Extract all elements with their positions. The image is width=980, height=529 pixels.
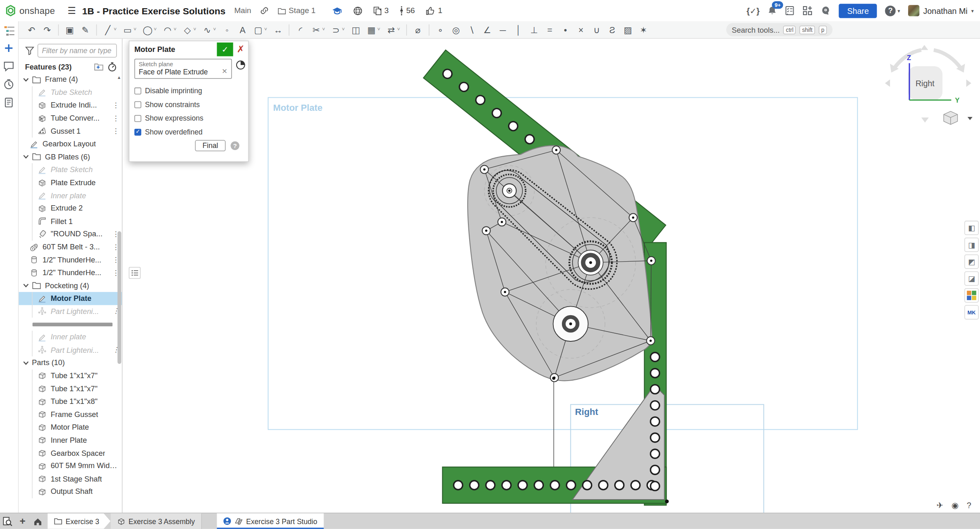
measure-tool[interactable]: ⌀ — [410, 21, 425, 38]
new-tab-icon[interactable]: + — [15, 513, 30, 529]
feature-inner-plate[interactable]: Inner plate — [19, 189, 122, 202]
center-point-circle-tool[interactable]: ◯˅ — [140, 21, 160, 38]
suppress-clock-icon[interactable] — [236, 60, 246, 70]
chevron-down-icon[interactable]: ˅ — [114, 27, 116, 33]
redo-tool[interactable]: ↷ — [39, 21, 55, 38]
chevron-down-icon[interactable]: ˅ — [154, 27, 157, 33]
isometric-view-icon[interactable]: ◪ — [964, 271, 979, 286]
spline-tool[interactable]: ∿˅ — [199, 21, 219, 38]
section-view-icon[interactable]: ◨ — [964, 238, 979, 252]
feature-motor-plate[interactable]: Motor Plate — [19, 421, 122, 433]
checkbox[interactable] — [134, 87, 141, 94]
feature-tube-1-x1-x7[interactable]: Tube 1"x1"x7" — [19, 369, 122, 382]
view-options-cube-icon[interactable] — [944, 111, 958, 124]
search-tabs-icon[interactable] — [0, 513, 15, 529]
notifications-bell-icon[interactable]: 9+ — [768, 6, 777, 16]
rollback-bar[interactable] — [19, 318, 122, 330]
feature-inner-plate[interactable]: Inner Plate — [19, 434, 122, 446]
tab-exercise-3-part-studio[interactable]: Exercise 3 Part Studio — [217, 513, 323, 529]
feature-gearbox-spacer[interactable]: Gearbox Spacer — [19, 446, 122, 459]
chevron-down-icon[interactable]: ˅ — [193, 27, 196, 33]
normal-constraint-tool[interactable]: × — [573, 21, 589, 38]
likes-stat[interactable]: 1 — [425, 6, 442, 16]
display-options-icon[interactable]: ◧ — [964, 221, 979, 235]
clear-selection-icon[interactable]: ✕ — [219, 67, 227, 76]
dimension-tool[interactable]: ↔ — [270, 21, 286, 38]
rotate-cw-icon[interactable] — [934, 50, 961, 69]
use-project-tool[interactable]: ⊃˅ — [328, 21, 348, 38]
tasks-icon[interactable] — [785, 6, 795, 16]
feature-tube-1-x1-x7[interactable]: Tube 1"x1"x7" — [19, 382, 122, 395]
sketch-text-tool[interactable]: A — [235, 21, 251, 38]
feature-output-shaft[interactable]: Output Shaft — [19, 485, 122, 498]
rotate-down-icon[interactable] — [921, 118, 929, 123]
filter-funnel-icon[interactable] — [25, 46, 34, 55]
drag-handle-icon[interactable]: ⋮ — [112, 114, 119, 122]
named-views-icon[interactable]: ◩ — [964, 254, 979, 269]
motor-plate-face[interactable] — [468, 146, 652, 381]
branch-chip[interactable]: Main — [234, 6, 251, 15]
feature-1-2-thunderhe[interactable]: 1/2" ThunderHe...⋮ — [19, 253, 122, 266]
notes-icon[interactable] — [3, 97, 16, 110]
feature-fillet-1[interactable]: Fillet 1 — [19, 215, 122, 227]
checkbox[interactable] — [134, 115, 141, 122]
feature-motor-plate[interactable]: Motor Plate — [19, 292, 122, 305]
final-button[interactable]: Final — [195, 140, 226, 152]
feature-60t-5m-9mm-wide-belt[interactable]: 60T 5M 9mm Wide Belt — [19, 460, 122, 472]
insights-icon[interactable] — [821, 6, 831, 16]
rotate-up-icon[interactable] — [921, 45, 928, 50]
feature-extrude-indi[interactable]: Extrude Indi...⋮ — [19, 99, 122, 112]
main-menu-icon[interactable]: ☰ — [61, 5, 82, 16]
onshape-logo[interactable]: onshape — [0, 5, 61, 16]
pierce-constraint-tool[interactable]: ∠ — [479, 21, 495, 38]
group-pocketing-4[interactable]: Pocketing (4) — [19, 279, 122, 292]
feature-tube-1-x1-x8[interactable]: Tube 1"x1"x8" — [19, 395, 122, 408]
feature-round-spa[interactable]: "ROUND Spa...⋮ — [19, 228, 122, 240]
chevron-down-icon[interactable]: ˅ — [377, 27, 380, 33]
rollback-stopwatch-icon[interactable] — [107, 62, 117, 72]
polygon-tool[interactable]: ◇˅ — [179, 21, 199, 38]
history-clock-icon[interactable] — [3, 79, 16, 92]
view-options-caret[interactable] — [967, 117, 972, 120]
point-tool[interactable]: ◦ — [219, 21, 235, 38]
chevron-down-icon[interactable]: ˅ — [213, 27, 216, 33]
drag-handle-icon[interactable]: ⋮ — [112, 101, 119, 110]
versions-stat[interactable]: 56 — [399, 6, 415, 16]
link-icon[interactable] — [260, 6, 268, 15]
chevron-down-icon[interactable]: ˅ — [134, 27, 136, 33]
model-tree-icon[interactable] — [3, 25, 16, 37]
feature-frame-gusset[interactable]: Frame Gusset — [19, 408, 122, 421]
group-frame-4[interactable]: Frame (4) — [19, 73, 122, 86]
public-icon[interactable] — [353, 6, 362, 16]
curvature-constraint-tool[interactable]: ∪ — [589, 21, 604, 38]
feature-1-2-thunderhe[interactable]: 1/2" ThunderHe...⋮ — [19, 266, 122, 279]
sketch-mode-tool[interactable]: ▣ — [62, 21, 77, 38]
feature-60t-5m-belt-3[interactable]: 60T 5M Belt - 3...⋮ — [19, 240, 122, 253]
insert-plus-icon[interactable] — [3, 43, 16, 55]
copies-stat[interactable]: 3 — [373, 6, 389, 16]
feature-plate-extrude[interactable]: Plate Extrude — [19, 176, 122, 189]
filter-input[interactable] — [38, 44, 117, 58]
scroll-up-icon[interactable]: ▲ — [117, 75, 121, 80]
chevron-down-icon[interactable]: ˅ — [342, 27, 345, 33]
horizontal-constraint-tool[interactable]: ─ — [495, 21, 510, 38]
vertical-constraint-tool[interactable]: │ — [511, 21, 526, 38]
option-show-constraints[interactable]: Show constraints — [134, 98, 243, 112]
transform-tool[interactable]: ⇄˅ — [383, 21, 403, 38]
feature-gusset-1[interactable]: Gusset 1⋮ — [19, 125, 122, 137]
drag-handle-icon[interactable]: ⋮ — [112, 127, 119, 135]
feature-part-lighteni[interactable]: Part Lighteni...⋮ — [19, 343, 122, 356]
collapse-caret-icon[interactable] — [22, 359, 30, 367]
featurescript-icon[interactable]: {✓} — [747, 6, 760, 16]
fix-constraint-tool[interactable]: ▨ — [620, 21, 635, 38]
midpoint-constraint-tool[interactable]: • — [557, 21, 573, 38]
feature-part-lighteni[interactable]: Part Lighteni...⋮ — [19, 305, 122, 318]
concentric-constraint-tool[interactable]: ◎ — [448, 21, 464, 38]
home-icon[interactable] — [30, 513, 45, 529]
equal-constraint-tool[interactable]: = — [542, 21, 557, 38]
line-tool[interactable]: ╱˅ — [100, 21, 120, 38]
graphics-viewport[interactable]: Motor Plate Right — [123, 39, 980, 513]
show-constraints-toggle-tool[interactable]: ✶ — [635, 21, 651, 38]
sketch-fillet-tool[interactable]: ◜ — [293, 21, 308, 38]
collapse-caret-icon[interactable] — [22, 282, 30, 290]
